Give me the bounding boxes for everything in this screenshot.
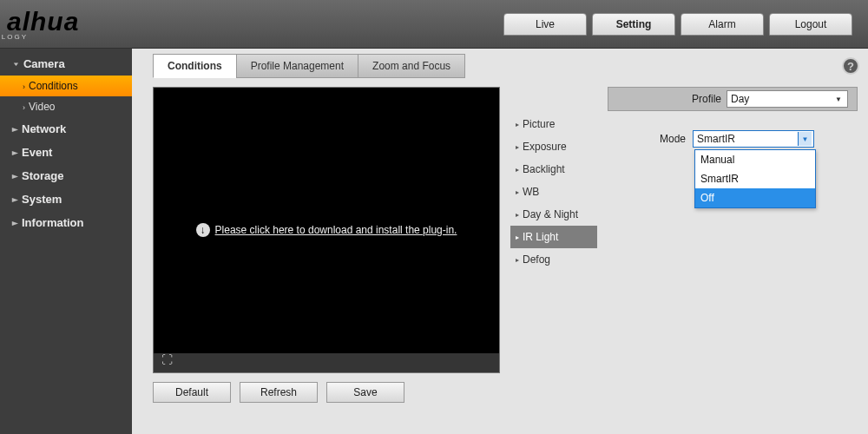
chevron-right-icon: ▶	[12, 196, 18, 202]
sidebar-item-conditions[interactable]: ›Conditions	[0, 76, 132, 96]
brand-name: alhua	[7, 7, 79, 36]
save-button[interactable]: Save	[326, 382, 404, 403]
main: ? Conditions Profile Management Zoom and…	[132, 49, 868, 434]
brand-logo: alhua TECHNOLOGY	[7, 7, 79, 41]
mode-select[interactable]: SmartIR ▼	[693, 130, 814, 148]
subtab-zoom-focus[interactable]: Zoom and Focus	[358, 54, 465, 78]
default-button[interactable]: Default	[153, 382, 231, 403]
fullscreen-icon[interactable]: ⛶	[159, 352, 174, 367]
triangle-icon: ▸	[516, 143, 519, 151]
chevron-down-icon: ▼	[798, 132, 812, 146]
subtab-profile-management[interactable]: Profile Management	[236, 54, 358, 78]
chevron-right-icon: ›	[23, 103, 25, 112]
sidebar-group-storage[interactable]: ▶Storage	[0, 164, 132, 187]
action-row: Default Refresh Save	[153, 382, 858, 403]
chevron-down-icon: ▼	[12, 61, 20, 67]
mode-label: Mode	[660, 133, 686, 145]
triangle-icon: ▸	[516, 233, 519, 241]
cat-day-night[interactable]: ▸Day & Night	[510, 203, 597, 226]
mode-dropdown: Manual SmartIR Off	[694, 149, 816, 208]
preview-toolbar	[154, 353, 499, 372]
tab-logout[interactable]: Logout	[769, 13, 852, 36]
category-list: ▸Picture ▸Exposure ▸Backlight ▸WB ▸Day &…	[510, 113, 597, 373]
triangle-icon: ▸	[516, 166, 519, 174]
triangle-icon: ▸	[516, 188, 519, 196]
triangle-icon: ▸	[516, 256, 519, 264]
sidebar-item-video[interactable]: ›Video	[0, 96, 132, 117]
subtab-conditions[interactable]: Conditions	[153, 54, 237, 78]
subtabs: Conditions Profile Management Zoom and F…	[153, 54, 858, 78]
triangle-icon: ▸	[516, 211, 519, 219]
plugin-download-link[interactable]: Please click here to download and instal…	[215, 224, 457, 236]
top-tabs: Live Setting Alarm Logout	[503, 13, 852, 36]
settings-panel: Profile Day ▼ Mode SmartIR ▼ Manual Smar	[608, 87, 858, 373]
cat-wb[interactable]: ▸WB	[510, 181, 597, 203]
help-icon[interactable]: ?	[842, 57, 859, 75]
tab-setting[interactable]: Setting	[592, 13, 675, 36]
chevron-right-icon: ▶	[12, 220, 18, 226]
tab-alarm[interactable]: Alarm	[681, 13, 764, 36]
triangle-icon: ▸	[516, 121, 519, 128]
profile-row: Profile Day ▼	[608, 87, 858, 111]
sidebar-group-information[interactable]: ▶Information	[0, 211, 132, 234]
chevron-down-icon: ▼	[832, 92, 845, 106]
tab-live[interactable]: Live	[503, 13, 587, 36]
mode-option-smartir[interactable]: SmartIR	[695, 169, 815, 188]
cat-backlight[interactable]: ▸Backlight	[510, 158, 597, 181]
sidebar: ▼Camera ›Conditions ›Video ▶Network ▶Eve…	[0, 49, 132, 434]
mode-option-off[interactable]: Off	[695, 188, 815, 207]
chevron-right-icon: ▶	[12, 149, 18, 155]
profile-select[interactable]: Day ▼	[727, 90, 848, 108]
cat-defog[interactable]: ▸Defog	[510, 248, 597, 271]
cat-exposure[interactable]: ▸Exposure	[510, 135, 597, 158]
cat-picture[interactable]: ▸Picture	[510, 113, 597, 135]
mode-option-manual[interactable]: Manual	[695, 150, 815, 169]
brand-sub: TECHNOLOGY	[0, 33, 28, 41]
header: alhua TECHNOLOGY Live Setting Alarm Logo…	[0, 0, 868, 49]
chevron-right-icon: ▶	[12, 126, 18, 132]
download-icon: ↓	[196, 223, 210, 237]
sidebar-group-event[interactable]: ▶Event	[0, 141, 132, 164]
video-preview: ↓ Please click here to download and inst…	[153, 87, 500, 373]
mode-row: Mode SmartIR ▼	[660, 130, 858, 148]
profile-label: Profile	[692, 93, 721, 105]
cat-ir-light[interactable]: ▸IR Light	[510, 226, 597, 248]
sidebar-group-camera[interactable]: ▼Camera	[0, 52, 132, 76]
sidebar-group-network[interactable]: ▶Network	[0, 117, 132, 141]
chevron-right-icon: ›	[23, 82, 25, 91]
chevron-right-icon: ▶	[12, 173, 18, 179]
sidebar-group-system[interactable]: ▶System	[0, 187, 132, 211]
refresh-button[interactable]: Refresh	[240, 382, 318, 403]
